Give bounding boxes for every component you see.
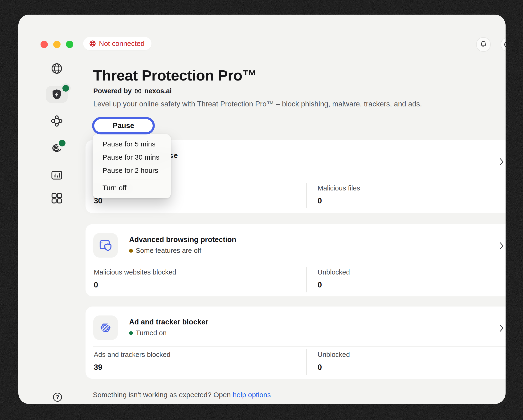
stat-label: Malicious files [318, 184, 360, 192]
question-mark-icon: ? [52, 391, 63, 403]
stat-unblocked: Unblocked 0 [318, 268, 350, 289]
page-description: Level up your online safety with Threat … [93, 100, 422, 108]
feature-card-advanced-browsing-protection[interactable]: Advanced browsing protection Some featur… [86, 224, 506, 296]
user-icon [503, 40, 506, 49]
window-controls [41, 41, 73, 48]
stat-value: 0 [94, 280, 176, 289]
app-window: Not connected [18, 15, 506, 404]
stat-label: Unblocked [318, 268, 350, 276]
fullscreen-window-button[interactable] [66, 41, 73, 48]
browser-shield-icon [98, 238, 113, 252]
chevron-right-icon [500, 325, 504, 332]
stat-malicious-files: Malicious files 0 [318, 184, 360, 205]
stat-unblocked: Unblocked 0 [318, 351, 350, 372]
status-label: Some features are off [136, 247, 201, 254]
connection-status-label: Not connected [99, 40, 144, 48]
ad-blocker-icon-tile [93, 316, 118, 340]
status-label: Turned on [136, 329, 167, 337]
menu-divider [102, 179, 160, 179]
card-divider [93, 264, 506, 264]
sidebar-item-apps[interactable] [50, 192, 63, 205]
stat-ads-trackers-blocked: Ads and trackers blocked 39 [94, 351, 171, 372]
bell-icon [479, 40, 488, 49]
help-button[interactable]: ? [52, 391, 63, 403]
globe-icon [50, 62, 63, 75]
footer-help-text: Something isn’t working as expected? Ope… [93, 391, 271, 399]
pause-button-label: Pause [113, 121, 134, 130]
powered-by-row: Powered by nexos.ai [93, 87, 172, 95]
card-status: Some features are off [129, 247, 201, 254]
stat-malicious-websites: Malicious websites blocked 0 [94, 268, 176, 289]
chevron-right-icon [500, 242, 504, 250]
card-title: Ad and tracker blocker [129, 318, 208, 326]
stat-divider [306, 349, 307, 375]
stat-value: 0 [318, 196, 360, 205]
globe-disconnected-icon [89, 40, 96, 47]
close-window-button[interactable] [41, 41, 48, 48]
stat-label: Ads and trackers blocked [94, 351, 171, 358]
connection-status-badge[interactable]: Not connected [83, 37, 151, 50]
help-options-link[interactable]: help options [233, 391, 271, 399]
menu-item-pause-5-mins[interactable]: Pause for 5 mins [93, 137, 171, 151]
menu-item-pause-30-mins[interactable]: Pause for 30 mins [93, 151, 171, 164]
card-divider [93, 346, 506, 347]
stat-label: Malicious websites blocked [94, 268, 176, 276]
pause-dropdown-menu: Pause for 5 mins Pause for 30 mins Pause… [93, 134, 171, 198]
nexos-logo-icon [134, 88, 142, 94]
minimize-window-button[interactable] [53, 41, 61, 48]
sidebar-item-statistics[interactable] [50, 169, 63, 182]
stat-divider [306, 267, 307, 292]
sidebar-item-vpn[interactable] [50, 62, 63, 75]
svg-text:?: ? [56, 394, 59, 400]
brand-name: nexos.ai [144, 87, 172, 95]
threat-protection-status-dot [62, 85, 69, 92]
stat-divider [306, 183, 307, 208]
stat-value: 0 [318, 363, 350, 372]
hexagon-ad-block-icon [98, 321, 113, 335]
browsing-protection-icon-tile [93, 233, 118, 258]
status-dot [129, 249, 133, 253]
sidebar-item-dark-web-monitor[interactable] [50, 141, 63, 154]
mesh-network-icon [50, 115, 63, 127]
pause-button[interactable]: Pause [92, 117, 155, 135]
bar-chart-icon [50, 169, 63, 182]
menu-item-turn-off[interactable]: Turn off [93, 181, 171, 194]
stat-value: 39 [94, 363, 171, 372]
menu-item-pause-2-hours[interactable]: Pause for 2 hours [93, 164, 171, 177]
powered-by-label: Powered by [93, 87, 132, 95]
feature-card-ad-tracker-blocker[interactable]: Ad and tracker blocker Turned on Ads and… [86, 307, 506, 379]
card-title: Advanced browsing protection [129, 235, 236, 244]
shield-bolt-icon [51, 88, 63, 101]
stat-value: 0 [318, 280, 350, 289]
chevron-right-icon [500, 158, 504, 166]
stat-label: Unblocked [318, 351, 350, 358]
status-dot [129, 331, 133, 335]
sidebar-item-threat-protection[interactable] [46, 86, 68, 103]
footer-text: Something isn’t working as expected? Ope… [93, 391, 231, 399]
grid-icon [50, 192, 63, 205]
page-title: Threat Protection Pro™ [93, 67, 257, 84]
notifications-button[interactable] [476, 37, 491, 52]
screenshot-stage: Not connected [0, 0, 523, 420]
dark-web-monitor-status-dot [59, 140, 65, 146]
account-button[interactable] [501, 37, 506, 52]
card-status: Turned on [129, 329, 167, 337]
sidebar-item-meshnet[interactable] [50, 115, 63, 127]
